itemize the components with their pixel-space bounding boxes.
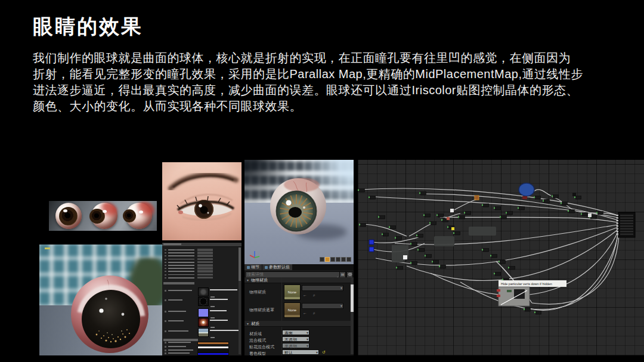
texture-thumbnail[interactable]	[198, 297, 209, 306]
eye-closeup-image	[162, 162, 242, 240]
phys-material-mask-thumbnail[interactable]: None	[284, 302, 301, 318]
rendered-glass-eye-sphere	[70, 275, 149, 354]
parameter-checkboxes-column[interactable]	[165, 249, 166, 279]
body-line: 颜色、大小的变化。从而实现各种不同眼球效果。	[33, 98, 605, 115]
viewport-toolbar-button[interactable]	[330, 257, 335, 262]
material-node-graph-canvas[interactable]: Hide particular verts down if hidden	[358, 160, 644, 355]
vector-parameter-row[interactable]	[162, 352, 242, 355]
blend-mode-label: 混合模式	[249, 338, 266, 344]
collapsed-node-blobs	[392, 227, 496, 262]
physics-material-section-header[interactable]: ▾ 物理材质	[244, 277, 351, 283]
scalar-parameter-inputs[interactable]	[197, 249, 213, 280]
chevron-down-icon: ▾	[306, 330, 308, 336]
viewport-toolbar-button[interactable]	[341, 257, 346, 262]
viewport-toolbar-button[interactable]	[336, 257, 340, 262]
presentation-slide: 眼睛的效果 我们制作的眼球就是曲面的球体，核心就是折射的实现，在正面瞳孔要有往里…	[0, 0, 644, 362]
texture-thumbnail[interactable]	[198, 287, 209, 296]
phys-material-thumbnail[interactable]: None	[284, 284, 301, 300]
tab-details[interactable]: 细节	[244, 264, 262, 270]
scrollbar[interactable]	[239, 247, 241, 354]
eyeball-renders-strip-image	[49, 201, 157, 231]
vector-parameter-row[interactable]	[162, 342, 242, 345]
yellow-marker	[45, 247, 50, 249]
node-graph-drawing: Hide particular verts down if hidden	[358, 160, 644, 355]
scrollbar[interactable]	[351, 277, 354, 354]
material-domain-dropdown[interactable]: 表面 ▾	[282, 330, 309, 335]
collapse-arrow-icon: ▾	[247, 322, 249, 326]
parameter-defaults-tab-icon	[265, 266, 268, 269]
eyeball-three-quarter-view	[91, 203, 117, 229]
material-section-header[interactable]: ▾ 材质	[244, 321, 351, 327]
chevron-down-icon: ▾	[306, 344, 308, 349]
body-line: 我们制作的眼球就是曲面的球体，核心就是折射的实现，在正面瞳孔要有往里凹的感觉，在…	[33, 50, 605, 66]
shading-model-dropdown[interactable]: 默认 ▾	[282, 349, 319, 355]
viewport-toolbar-button[interactable]	[346, 257, 351, 262]
scalar-parameter-labels	[168, 249, 194, 279]
viewport-toolbar	[320, 257, 351, 262]
shading-model-label: 着色模型	[249, 351, 266, 355]
color-swatch-bar[interactable]	[197, 342, 229, 345]
collapse-arrow-icon: ▾	[247, 279, 249, 282]
material-domain-label: 材质域	[249, 331, 262, 337]
texture-thumbnail[interactable]	[198, 318, 209, 327]
axis-gizmo-icon	[248, 248, 261, 264]
phys-material-mask-dropdown[interactable]: ▾	[302, 303, 343, 309]
texture-thumbnail[interactable]	[198, 328, 209, 337]
texture-thumbnail[interactable]	[198, 308, 209, 317]
phys-material-dropdown[interactable]: ▾	[302, 285, 343, 291]
page-title: 眼睛的效果	[33, 13, 143, 41]
body-line: 进法逐步逼近，得出最真实的高度，减少曲面的误差。眼球还可以通过Iriscolor…	[33, 82, 605, 98]
details-tab-icon	[247, 266, 250, 269]
glass-sphere-image	[39, 245, 162, 355]
eye-closeup-drawing	[162, 162, 242, 240]
color-swatch-bar[interactable]	[197, 352, 229, 355]
use-selected-and-browse-icons[interactable]: ← ⌕	[303, 311, 318, 315]
use-selected-and-browse-icons[interactable]: ← ⌕	[303, 293, 318, 298]
material-parameters-panel	[162, 243, 242, 355]
tab-parameter-defaults[interactable]: 参数默认值	[262, 264, 292, 270]
chevron-down-icon: ▾	[316, 350, 318, 355]
eyeball-side-view	[126, 203, 152, 229]
details-panel: 细节 参数默认值 ▤ ▾ 物理材质 物理材质 None ▾ ← ⌕	[244, 264, 354, 355]
decal-blend-mode-label: 贴花混合模式	[249, 344, 274, 350]
vector-parameters-section-header[interactable]	[163, 339, 198, 341]
rendered-eyeball	[270, 178, 327, 235]
chevron-down-icon: ▾	[340, 286, 342, 290]
body-line: 折射，能看见完整形变的瞳孔效果，采用的是比Parallax Map,更精确的Mi…	[33, 66, 605, 82]
phys-material-label: 物理材质	[249, 289, 266, 295]
material-output-node[interactable]	[617, 212, 636, 237]
viewport-toolbar-button[interactable]	[320, 257, 324, 262]
blend-mode-dropdown[interactable]: 不透明 ▾	[282, 336, 309, 342]
chevron-down-icon: ▾	[340, 304, 342, 308]
viewport-toolbar-button-active[interactable]	[325, 257, 330, 262]
eyeball-front-view	[55, 203, 82, 229]
chevron-down-icon: ▾	[306, 337, 308, 342]
details-tab-bar: 细节 参数默认值	[244, 264, 354, 270]
comment-node-label: Hide particular verts down if hidden	[501, 282, 552, 286]
body-paragraph: 我们制作的眼球就是曲面的球体，核心就是折射的实现，在正面瞳孔要有往里凹的感觉，在…	[33, 50, 605, 115]
search-input[interactable]	[247, 272, 330, 276]
phys-material-mask-label: 物理材质遮罩	[249, 307, 274, 313]
eyeball-viewport-image	[244, 160, 354, 264]
color-swatch-bar[interactable]	[197, 346, 229, 349]
texture-parameters-section-header[interactable]	[163, 282, 194, 284]
decal-blend-mode-dropdown[interactable]: 半透明 ▾	[282, 343, 309, 348]
panel-header-bar	[162, 243, 242, 247]
reset-to-default-icon[interactable]: ↺	[322, 350, 326, 355]
